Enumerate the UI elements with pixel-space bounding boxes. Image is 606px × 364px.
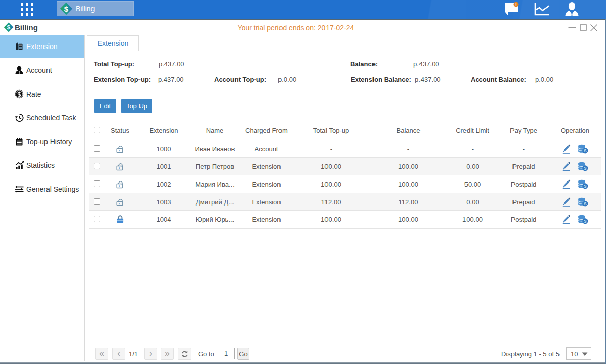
- svg-text:S: S: [584, 184, 587, 189]
- svg-text:S: S: [584, 201, 587, 206]
- svg-text:S: S: [584, 166, 587, 171]
- svg-text:$: $: [64, 5, 69, 13]
- svg-text:!: !: [515, 2, 517, 7]
- svg-text:S: S: [584, 148, 587, 153]
- svg-text:S: S: [584, 219, 587, 224]
